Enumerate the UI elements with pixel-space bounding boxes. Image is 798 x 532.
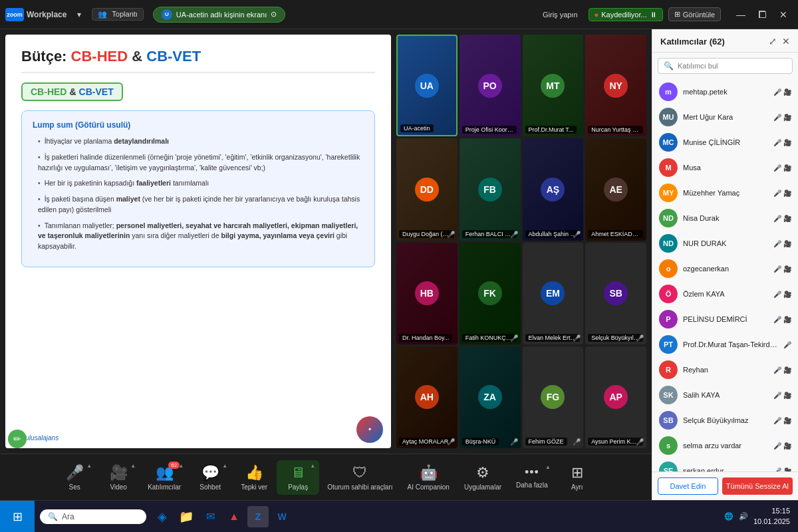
list-item[interactable]: M Musa 🎤 🎥 xyxy=(652,155,798,180)
p-icons: 🎤 🎥 xyxy=(773,417,791,424)
p-icons: 🎤 🎥 xyxy=(773,190,791,197)
toolbar-layout-btn[interactable]: ⊞ Ayrı xyxy=(556,460,598,495)
taskbar-search[interactable]: 🔍 Ara xyxy=(40,509,146,524)
panel-close-icon[interactable]: ✕ xyxy=(782,36,790,47)
toolbar-ai-btn[interactable]: 🤖 AI Companion xyxy=(401,460,456,495)
p-icons: 🎤 🎥 xyxy=(773,114,791,121)
maximize-button[interactable]: ⧠ xyxy=(753,5,771,24)
video-off-icon: 🎥 xyxy=(783,316,791,323)
pencil-badge[interactable]: ✏ xyxy=(8,430,27,448)
video-name-12: Aytaç MORALAR xyxy=(399,438,452,446)
panel-expand-icon[interactable]: ⤢ xyxy=(769,36,777,47)
search-input[interactable] xyxy=(678,62,787,70)
mute-icon: 🎤 xyxy=(773,139,781,146)
video-off-icon: 🎥 xyxy=(783,265,791,273)
video-cell-10: EM Elvan Melek Ertürk 🎤 xyxy=(523,243,584,344)
recording-button[interactable]: ● Kaydediliyor... ⏸ xyxy=(589,8,663,21)
share-caret-icon: ▲ xyxy=(310,463,315,469)
list-item[interactable]: MC Munise ÇİLİNGİR 🎤 🎥 xyxy=(652,130,798,155)
avatar: MU xyxy=(659,108,678,126)
list-item[interactable]: SB Selçuk Büyükyılmaz 🎤 🎥 xyxy=(652,408,798,433)
participant-name: Mert Uğur Kara xyxy=(683,113,768,121)
video-name-5: Ferhan BALCI ÖZER xyxy=(462,230,517,238)
list-item[interactable]: MU Mert Uğur Kara 🎤 🎥 xyxy=(652,104,798,130)
list-item[interactable]: m mehtap.petek 🎤 🎥 xyxy=(652,79,798,104)
list-item[interactable]: MY Müzehher Yamaç 🎤 🎥 xyxy=(652,180,798,205)
toolbar-chat-btn[interactable]: 💬 Sohbet ▲ xyxy=(189,460,231,495)
list-item[interactable]: PT Prof.Dr.Murat Taşan-Tekirdağ ... 🎤 xyxy=(652,332,798,357)
video-cell-14: FG Fehim GÖZE 🎤 xyxy=(523,346,584,448)
mute-all-button[interactable]: Tümünü Sessize Al xyxy=(722,477,793,495)
screen-share-circle-icon: ⊙ xyxy=(271,10,277,19)
slide-logo: ✦ xyxy=(356,416,383,443)
list-item[interactable]: o ozgecanerkan 🎤 🎥 xyxy=(652,256,798,281)
video-name-9: Fatih KONUKÇU (Tekir... xyxy=(462,334,517,342)
toolbar-video-btn[interactable]: 🎥 Video ▲ xyxy=(97,460,140,495)
taskbar-zoom-icon[interactable]: Z xyxy=(247,506,269,527)
zoom-logo: zoom Workplace xyxy=(5,8,66,21)
list-item[interactable]: Ö Özlem KAYA 🎤 🎥 xyxy=(652,281,798,307)
meeting-badge[interactable]: 👥 Toplantı xyxy=(92,8,143,21)
list-item[interactable]: SK Salih KAYA 🎤 🎥 xyxy=(652,382,798,408)
taskbar-acrobat-icon[interactable]: ▲ xyxy=(223,506,245,527)
mute-icon: 🎤 xyxy=(773,316,781,323)
video-cell-8: HB Dr. Handan Boy... xyxy=(396,243,458,344)
toolbar-react-btn[interactable]: 👍 Tepki ver xyxy=(233,460,275,495)
toolbar-audio-btn[interactable]: 🎤 Ses ▲ xyxy=(53,460,96,495)
taskbar-edge-icon[interactable]: ◈ xyxy=(152,506,173,527)
close-button[interactable]: ✕ xyxy=(774,5,793,24)
video-cell-5: FB Ferhan BALCI ÖZER 🎤 xyxy=(460,138,521,240)
avatar: SK xyxy=(659,386,678,404)
workplace-label: Workplace xyxy=(27,10,66,19)
participant-name: Selçuk Büyükyılmaz xyxy=(683,416,768,424)
cb-badge: CB-HED & CB-VET xyxy=(21,82,123,101)
toolbar-apps-btn[interactable]: ⚙ Uygulamalar xyxy=(458,460,508,495)
mic-on-icon: 🎤 xyxy=(783,341,791,348)
avatar-11: SB xyxy=(604,281,628,305)
video-name-4: Duygu Doğan (TNK0) xyxy=(399,230,454,238)
list-item[interactable]: s selma arzu vardar 🎤 🎥 xyxy=(652,433,798,458)
toolbar-security-btn[interactable]: 🛡 Oturum sahibi araçları xyxy=(321,460,399,495)
video-cell-0: UA UA-acetin xyxy=(396,35,458,136)
toolbar-participants-btn[interactable]: 👥 62 Katılımcılar ▲ xyxy=(141,460,188,495)
video-off-icon: 🎥 xyxy=(783,164,791,172)
search-label: Ara xyxy=(62,512,74,521)
list-item[interactable]: P PELİNSU DEMİRCİ 🎤 🎥 xyxy=(652,307,798,332)
taskbar-mail-icon[interactable]: ✉ xyxy=(200,506,221,527)
toolbar-share-btn[interactable]: 🖥 Paylaş ▲ xyxy=(277,460,319,495)
video-off-icon: 🎥 xyxy=(783,240,791,247)
login-button[interactable]: Giriş yapın xyxy=(537,8,583,21)
minimize-button[interactable]: — xyxy=(732,5,750,24)
avatar-13: ZA xyxy=(478,385,502,409)
start-button[interactable]: ⊞ xyxy=(0,501,35,533)
list-item[interactable]: ND NUR DURAK 🎤 🎥 xyxy=(652,231,798,256)
zoom-dropdown[interactable]: ▾ xyxy=(73,9,85,21)
video-off-icon: 🎥 xyxy=(783,139,791,146)
screen-share-badge: U UA-acetin adlı kişinin ekranı ⊙ xyxy=(153,7,285,23)
mic-icon-11: 🎤 xyxy=(636,334,644,342)
panel-footer: Davet Edin Tümünü Sessize Al xyxy=(652,471,798,500)
taskbar-word-icon[interactable]: W xyxy=(271,506,293,527)
taskbar-explorer-icon[interactable]: 📁 xyxy=(176,506,197,527)
video-off-icon: 🎥 xyxy=(783,291,791,298)
avatar: SB xyxy=(659,411,678,430)
avatar: Ö xyxy=(659,285,678,303)
invite-button[interactable]: Davet Edin xyxy=(658,477,718,495)
participant-name: mehtap.petek xyxy=(683,88,768,96)
toolbar-more-btn[interactable]: ••• Daha fazla ▲ xyxy=(509,462,555,493)
search-magnifier-icon: 🔍 xyxy=(48,512,58,521)
participants-panel: Katılımcılar (62) ⤢ ✕ 🔍 m mehtap.petek 🎤 xyxy=(652,29,798,500)
view-button[interactable]: ⊞ Görüntüle xyxy=(668,7,721,21)
participant-search[interactable]: 🔍 xyxy=(658,58,793,74)
participant-name: Reyhan xyxy=(683,366,768,374)
view-grid-icon: ⊞ xyxy=(674,10,680,19)
participant-name: Musa xyxy=(683,164,768,172)
video-off-icon: 🎥 xyxy=(783,88,791,96)
list-item[interactable]: R Reyhan 🎤 🎥 xyxy=(652,357,798,382)
list-item[interactable]: ND Nisa Durak 🎤 🎥 xyxy=(652,205,798,231)
list-item[interactable]: SE serkan erdur 🎤 🎥 xyxy=(652,458,798,471)
avatar-0: UA xyxy=(415,74,439,98)
mute-icon: 🎤 xyxy=(773,265,781,273)
slide-title: Bütçe: CB-HED & CB-VET xyxy=(21,48,375,73)
avatar-5: FB xyxy=(478,178,502,201)
